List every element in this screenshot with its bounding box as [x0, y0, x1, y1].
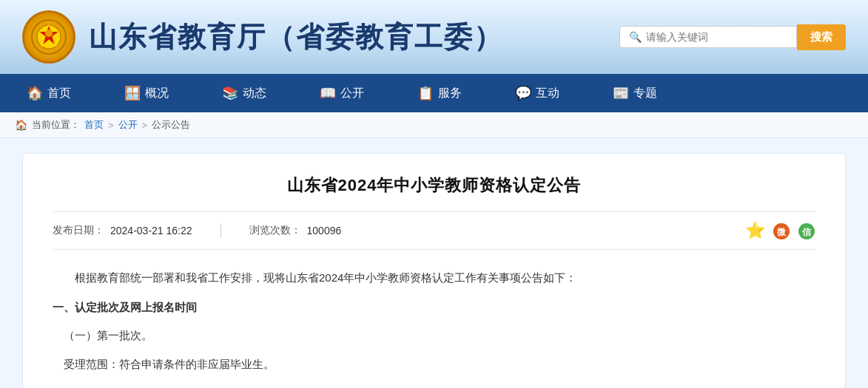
nav-label-home: 首页 — [47, 86, 71, 101]
meta-divider — [221, 224, 221, 237]
nav-label-overview: 概况 — [145, 86, 169, 101]
breadcrumb: 🏠 当前位置： 首页 > 公开 > 公示公告 — [0, 112, 868, 138]
open-icon: 📖 — [320, 85, 336, 101]
section1-sub2: 受理范围：符合申请条件的非应届毕业生。 — [53, 354, 815, 375]
search-button[interactable]: 搜索 — [797, 24, 846, 50]
svg-point-4 — [47, 24, 50, 27]
nav-label-open: 公开 — [340, 86, 364, 101]
nav-label-interaction: 互动 — [536, 86, 559, 101]
nav-item-service[interactable]: 📋 服务 — [391, 74, 488, 112]
search-area: 🔍 搜索 — [619, 24, 846, 50]
site-title: 山东省教育厅（省委教育工委） — [89, 18, 503, 56]
nav-label-topics: 专题 — [633, 86, 657, 101]
publish-label: 发布日期： — [53, 224, 104, 237]
search-icon: 🔍 — [629, 31, 642, 43]
svg-point-5 — [57, 32, 60, 35]
article-title: 山东省2024年中小学教师资格认定公告 — [53, 174, 815, 197]
service-icon: 📋 — [417, 85, 434, 101]
svg-point-7 — [41, 44, 44, 47]
article-meta: 发布日期： 2024-03-21 16:22 浏览次数： 100096 ⭐ 微 — [53, 211, 815, 250]
publish-date: 2024-03-21 16:22 — [110, 225, 192, 236]
svg-text:微: 微 — [776, 227, 787, 237]
topics-icon: 📰 — [613, 85, 629, 101]
nav-label-service: 服务 — [438, 86, 462, 101]
share-wechat-icon[interactable]: 信 — [798, 221, 815, 240]
share-star-icon[interactable]: ⭐ — [745, 221, 765, 240]
nav-item-topics[interactable]: 📰 专题 — [586, 74, 684, 112]
page-header: 山东省教育厅（省委教育工委） 🔍 搜索 — [0, 0, 868, 74]
nav-item-home[interactable]: 🏠 首页 — [0, 74, 98, 112]
main-content: 山东省2024年中小学教师资格认定公告 发布日期： 2024-03-21 16:… — [0, 138, 868, 388]
nav-item-interaction[interactable]: 💬 互动 — [488, 74, 586, 112]
overview-icon: 🪟 — [124, 85, 141, 101]
logo-emblem — [22, 10, 75, 64]
breadcrumb-prefix: 当前位置： — [32, 118, 80, 132]
search-box[interactable]: 🔍 — [619, 26, 797, 48]
nav-label-dynamics: 动态 — [243, 86, 266, 101]
breadcrumb-home-icon: 🏠 — [15, 119, 27, 131]
breadcrumb-sep-2: > — [142, 120, 148, 131]
article-body: 根据教育部统一部署和我省工作安排，现将山东省2024年中小学教师资格认定工作有关… — [53, 268, 815, 375]
share-weibo-icon[interactable]: 微 — [773, 221, 790, 240]
breadcrumb-sep-1: > — [108, 120, 114, 131]
views-label: 浏览次数： — [249, 224, 301, 237]
nav-item-dynamics[interactable]: 📚 动态 — [195, 74, 293, 112]
dynamics-icon: 📚 — [222, 85, 238, 101]
svg-point-6 — [54, 44, 57, 47]
views-count: 100096 — [307, 225, 342, 236]
interaction-icon: 💬 — [515, 85, 531, 101]
header-left: 山东省教育厅（省委教育工委） — [22, 10, 503, 64]
nav-item-open[interactable]: 📖 公开 — [293, 74, 391, 112]
section1-sub1: （一）第一批次。 — [53, 325, 815, 346]
body-intro: 根据教育部统一部署和我省工作安排，现将山东省2024年中小学教师资格认定工作有关… — [53, 268, 815, 288]
meta-publish: 发布日期： 2024-03-21 16:22 浏览次数： 100096 — [53, 224, 745, 237]
article-box: 山东省2024年中小学教师资格认定公告 发布日期： 2024-03-21 16:… — [22, 153, 846, 388]
svg-text:信: 信 — [801, 227, 812, 237]
main-nav: 🏠 首页 🪟 概况 📚 动态 📖 公开 📋 服务 💬 互动 📰 专题 — [0, 74, 868, 112]
search-input[interactable] — [646, 31, 787, 43]
svg-point-3 — [45, 30, 53, 37]
breadcrumb-link-home[interactable]: 首页 — [84, 118, 104, 132]
section1-title: 一、认定批次及网上报名时间 — [53, 297, 815, 318]
svg-point-8 — [38, 32, 41, 35]
breadcrumb-link-open[interactable]: 公开 — [118, 118, 138, 132]
nav-item-overview[interactable]: 🪟 概况 — [98, 74, 195, 112]
home-icon: 🏠 — [27, 85, 43, 101]
share-icons: ⭐ 微 信 — [745, 221, 815, 240]
breadcrumb-current: 公示公告 — [152, 118, 190, 132]
